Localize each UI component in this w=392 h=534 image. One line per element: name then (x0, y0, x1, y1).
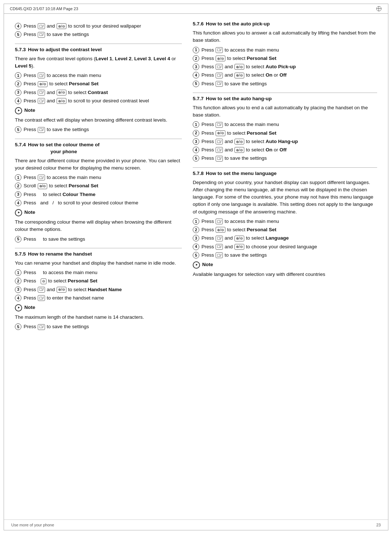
note-label: Note (24, 304, 35, 311)
menu-btn-icon: ☐/ (216, 139, 223, 144)
step-number: 4 (15, 98, 21, 104)
nav-btn-icon: ⊕/⊖ (234, 244, 244, 250)
step-content: Press ☐/ and ⊕/⊖ to scroll to your desir… (24, 97, 182, 105)
nav-btn-icon: ⊕/⊖ (57, 287, 66, 293)
nav-btn-icon: ⊕/⊖ (234, 139, 244, 144)
section-divider (15, 44, 182, 44)
step-item: 2 Scroll ⊕/⊖ to select Personal Set (15, 182, 182, 189)
step-item: 5 Press to save the settings (15, 236, 182, 243)
nav-btn-icon: ⊕/⊖ (234, 73, 244, 78)
step-item: 3 Press ☐/ and ⊕/⊖ to select Handset Nam… (15, 286, 182, 293)
crosshair-icon (376, 5, 382, 12)
section-divider (15, 248, 182, 248)
step-content: Press ☐/ to save the settings (201, 80, 377, 87)
step-content: Press ⊖ to select Personal Set (24, 277, 182, 285)
section-intro: This function allows you to answer a cal… (193, 29, 377, 44)
menu-btn-icon: ☐/ (38, 23, 45, 29)
section-id: 5.7.7 (193, 96, 204, 101)
section-576: 5.7.6 How to set the auto pick-up This f… (193, 21, 377, 87)
section-573: 5.7.3 How to adjust the contrast level T… (15, 47, 182, 134)
section-intro: There are four different colour theme pr… (15, 157, 182, 172)
step-content: Press ☐/ and ⊕/⊖ to choose your desired … (201, 243, 377, 250)
step-content: Press ☐/ and ⊕/⊖ to select Contrast (24, 89, 182, 96)
menu-btn-icon: ☐/ (38, 98, 45, 104)
step-content: Press to save the settings (24, 236, 182, 243)
note-block: ‣ Note (193, 261, 377, 269)
step-number: 1 (15, 269, 21, 276)
section-577: 5.7.7 How to set the auto hang-up This f… (193, 96, 377, 162)
step-number: 2 (15, 183, 21, 189)
step-number: 1 (15, 174, 21, 181)
menu-btn-icon: ☐/ (38, 32, 45, 38)
step-content: Press ☐/ to access the main menu (201, 121, 377, 128)
step-content: Scroll ⊕/⊖ to select Personal Set (24, 182, 182, 189)
note-block: ‣ Note (15, 107, 182, 114)
step-content: Press ☐/ to save the settings (24, 323, 182, 330)
section-intro: There are five contrast level options (L… (15, 55, 182, 70)
step-item: 3 Press to select Colour Theme (15, 191, 182, 198)
step-content: Press and / to scroll to your desired co… (24, 199, 182, 207)
step-content: Press to select Colour Theme (24, 191, 182, 198)
section-header: 5.7.8 How to set the menu language (193, 171, 377, 178)
section-divider (193, 93, 377, 93)
step-item: 1 Press ☐/ to access the main menu (193, 121, 377, 128)
menu-btn-icon: ☐/ (38, 73, 45, 78)
step-number: 3 (15, 191, 21, 198)
step-list-575: 1 Press to access the main menu 2 Press … (15, 269, 182, 302)
step-number: 4 (193, 244, 199, 250)
step-item: 1 Press ☐/ to access the main menu (193, 46, 377, 54)
step-item: 4 Press ☐/ and ⊕/⊖ to scroll to your des… (15, 97, 182, 105)
step-item: 2 Press ⊖ to select Personal Set (15, 277, 182, 285)
step-item: 5 Press ☐/ to save the settings (193, 252, 377, 259)
step-item: 1 Press to access the main menu (15, 269, 182, 276)
section-id: 5.7.3 (15, 47, 26, 52)
step-number: 3 (193, 235, 199, 241)
section-title: How to set the colour theme of (28, 142, 99, 147)
step-item: 3 Press ☐/ and ⊕/⊖ to select Contrast (15, 89, 182, 96)
step-number: 4 (193, 72, 199, 78)
step-list-577: 1 Press ☐/ to access the main menu 2 Pre… (193, 121, 377, 162)
nav-btn-icon: ⊕/⊖ (234, 236, 244, 241)
menu-btn-icon: ☐/ (38, 127, 45, 133)
step-item: 3 Press ☐/ and ⊕/⊖ to select Language (193, 235, 377, 242)
step-number: 3 (15, 89, 21, 96)
nav-btn-icon: ⊕/⊖ (234, 64, 244, 70)
menu-btn-icon: ☐/ (216, 236, 223, 241)
nav-btn-icon: ⊕/⊖ (38, 81, 48, 87)
section-title: How to rename the handset (28, 251, 92, 257)
section-intro: This function allows you to end a call a… (193, 104, 377, 119)
footer-left: Use more of your phone (11, 523, 54, 527)
note-block: ‣ Note (15, 209, 182, 216)
note-icon: ‣ (15, 304, 22, 311)
menu-btn-icon: ☐/ (38, 295, 45, 301)
step-number: 3 (15, 286, 21, 293)
section-divider (193, 167, 377, 168)
left-column: 4 Press ☐/ and ⊕/⊖ to scroll to your des… (15, 21, 182, 336)
menu-btn-icon: ☐/ (38, 90, 45, 95)
step-number: 4 (193, 147, 199, 153)
menu-btn-icon: ☐/ (38, 287, 45, 293)
step-list-573-final: 5 Press ☐/ to save the settings (15, 126, 182, 133)
section-header: 5.7.4 How to set the colour theme of you… (15, 142, 182, 156)
note-label: Note (202, 261, 213, 268)
step-number: 1 (193, 218, 199, 225)
step-item: 1 Press ☐/ to access the main menu (15, 174, 182, 181)
step-item: 1 Press ☐/ to access the main menu (15, 72, 182, 79)
menu-btn-icon: ☐/ (216, 244, 223, 250)
step-number: 3 (193, 138, 199, 145)
note-text: The corresponding colour theme will disp… (15, 219, 182, 233)
section-575: 5.7.5 How to rename the handset You can … (15, 251, 182, 331)
step-number: 3 (193, 64, 199, 70)
section-title: How to adjust the contrast level (28, 47, 102, 52)
menu-btn-icon: ☐/ (38, 324, 45, 330)
step-item: 3 Press ☐/ and ⊕/⊖ to select Auto Hang-u… (193, 138, 377, 145)
step-item: 4 Press and / to scroll to your desired … (15, 199, 182, 207)
step-number: 5 (193, 252, 199, 258)
step-number: 2 (193, 227, 199, 233)
menu-btn-icon: ☐/ (216, 252, 223, 258)
step-content: Press ☐/ to save the settings (24, 126, 182, 133)
step-item: 3 Press ☐/ and ⊕/⊖ to select Auto Pick-u… (193, 63, 377, 70)
section-id: 5.7.8 (193, 171, 204, 176)
section-intro: You can rename your handset and display … (15, 260, 182, 267)
nav-btn-icon: ⊕/⊖ (57, 90, 66, 95)
